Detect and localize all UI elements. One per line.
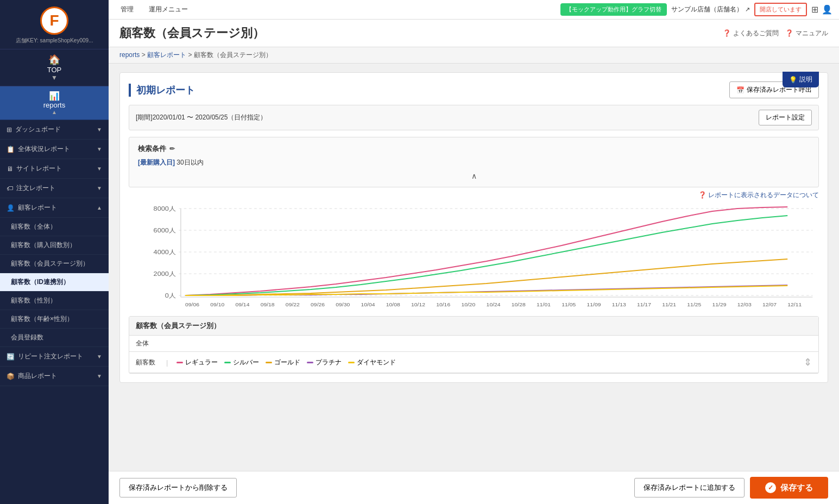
svg-text:09/26: 09/26 xyxy=(311,302,325,307)
calendar-icon: 📅 xyxy=(736,86,745,94)
sidebar-item-order[interactable]: 🏷 注文レポート ▼ xyxy=(0,179,109,198)
nav-operation[interactable]: 運用メニュー xyxy=(143,3,193,16)
nav-manage[interactable]: 管理 xyxy=(115,3,139,16)
svg-text:09/14: 09/14 xyxy=(235,302,250,307)
manual-link[interactable]: ❓ マニュアル xyxy=(785,29,828,38)
search-condition-title: 検索条件 ✏ xyxy=(138,144,810,154)
condition-value: 30日以内 xyxy=(176,159,203,166)
sidebar-item-overall[interactable]: 📋 全体状況レポート ▼ xyxy=(0,140,109,159)
user-icon[interactable]: 👤 xyxy=(822,4,832,15)
topbar: 管理 運用メニュー 【モックアップ動作用】グラフ切替 サンプル店舗（店舗名） ↗… xyxy=(109,0,839,20)
report-settings-btn[interactable]: レポート設定 xyxy=(759,110,812,125)
chart-table-section: 顧客数（会員ステージ別） 全体 顧客数 | レギュラー シルバー xyxy=(129,316,819,374)
sidebar-sub-gender[interactable]: 顧客数（性別） xyxy=(0,292,109,310)
svg-text:11/09: 11/09 xyxy=(586,302,601,307)
svg-text:0人: 0人 xyxy=(165,292,176,299)
edit-icon[interactable]: ✏ xyxy=(169,145,175,153)
legend-dot-platinum xyxy=(307,362,313,363)
sidebar-item-site[interactable]: 🖥 サイトレポート ▼ xyxy=(0,159,109,179)
home-icon: 🏠 xyxy=(48,54,60,66)
sidebar-item-customer[interactable]: 👤 顧客レポート ▲ xyxy=(0,198,109,218)
sidebar-item-product[interactable]: 📦 商品レポート ▼ xyxy=(0,367,109,386)
legend-label-platinum: プラチナ xyxy=(316,358,342,367)
save-btn[interactable]: ✓ 保存する xyxy=(750,477,828,499)
help-link[interactable]: ❓ よくあるご質問 xyxy=(723,29,779,38)
shop-name: サンプル店舗（店舗名） ↗ xyxy=(671,5,750,14)
sidebar-sub-member-reg[interactable]: 会員登録数 xyxy=(0,329,109,347)
sidebar-sub-age-gender[interactable]: 顧客数（年齢×性別） xyxy=(0,310,109,329)
chart-table-header: 顧客数（会員ステージ別） xyxy=(129,317,818,336)
reports-icon: 📊 xyxy=(49,91,60,101)
order-icon: 🏷 xyxy=(7,185,13,192)
grid-icon[interactable]: ⊞ xyxy=(811,4,818,15)
sidebar-item-repeat[interactable]: 🔄 リピート注文レポート ▼ xyxy=(0,347,109,367)
mockup-toggle-btn[interactable]: 【モックアップ動作用】グラフ切替 xyxy=(560,3,667,16)
legend-label-regular: レギュラー xyxy=(185,358,218,367)
sidebar-top-btn[interactable]: 🏠 TOP ▼ xyxy=(0,49,109,86)
dashboard-arrow-icon: ▼ xyxy=(97,127,102,133)
svg-text:11/25: 11/25 xyxy=(687,302,701,307)
page-header-right: ❓ よくあるご質問 ❓ マニュアル xyxy=(723,29,828,38)
logo-icon: F xyxy=(40,7,68,35)
chart-svg: 8000人 6000人 4000人 2000人 0人 09/06 09/10 0… xyxy=(129,203,819,312)
chart-subtitle: 全体 xyxy=(136,339,149,348)
legend-label-silver: シルバー xyxy=(233,358,259,367)
legend-dot-silver xyxy=(224,362,231,363)
open-status-btn[interactable]: 開店しています xyxy=(754,3,807,16)
top-label: TOP xyxy=(47,66,62,74)
sidebar-sub-member-stage[interactable]: 顧客数（会員ステージ別） xyxy=(0,255,109,273)
collapse-arrow-btn[interactable]: ∧ xyxy=(138,167,810,180)
svg-text:09/22: 09/22 xyxy=(286,302,300,307)
chart-table-subheader: 全体 xyxy=(129,336,818,352)
sidebar-sub-customer-all[interactable]: 顧客数（全体） xyxy=(0,218,109,236)
sidebar-item-dashboard[interactable]: ⊞ ダッシュボード ▼ xyxy=(0,120,109,140)
period-text: [期間]2020/01/01 〜 2020/05/25（日付指定） xyxy=(136,113,267,122)
site-label: サイトレポート xyxy=(16,164,62,173)
scroll-icon[interactable]: ⇕ xyxy=(804,357,812,368)
sidebar-logo: F 店舗KEY: sampleShopKey009... xyxy=(0,0,109,49)
search-condition-box: 検索条件 ✏ [最新購入日] 30日以内 ∧ xyxy=(129,137,819,187)
svg-text:09/30: 09/30 xyxy=(336,302,350,307)
svg-text:11/29: 11/29 xyxy=(712,302,727,307)
site-icon: 🖥 xyxy=(7,165,13,173)
delete-saved-btn[interactable]: 保存済みレポートから削除する xyxy=(119,478,237,497)
explain-btn-container: 💡 説明 xyxy=(783,72,819,87)
explain-btn[interactable]: 💡 説明 xyxy=(783,72,819,87)
svg-text:10/04: 10/04 xyxy=(361,302,376,307)
breadcrumb-current: 顧客数（会員ステージ別） xyxy=(194,51,272,59)
sidebar-reports-btn[interactable]: 📊 reports ▲ xyxy=(0,86,109,120)
svg-text:09/18: 09/18 xyxy=(261,302,275,307)
sidebar-sub-id-link[interactable]: 顧客数（ID連携別） xyxy=(0,273,109,292)
repeat-arrow-icon: ▼ xyxy=(97,354,102,360)
bottom-right: 保存済みレポートに追加する ✓ 保存する xyxy=(634,477,828,499)
add-saved-btn[interactable]: 保存済みレポートに追加する xyxy=(634,478,745,497)
svg-text:11/17: 11/17 xyxy=(637,302,651,307)
period-row: [期間]2020/01/01 〜 2020/05/25（日付指定） レポート設定 xyxy=(129,105,819,130)
legend-dot-regular xyxy=(176,362,183,363)
bottom-toolbar: 保存済みレポートから削除する 保存済みレポートに追加する ✓ 保存する xyxy=(109,471,839,504)
check-icon: ✓ xyxy=(765,482,776,493)
sidebar-section: ⊞ ダッシュボード ▼ 📋 全体状況レポート ▼ 🖥 サイトレポート ▼ 🏷 注… xyxy=(0,120,109,386)
lightbulb-icon: 💡 xyxy=(789,76,797,84)
scrollbar-area: ⇕ xyxy=(804,356,812,368)
main-card: 💡 説明 初期レポート 📅 保存済みレポート呼出 [期間]2020/01/01 … xyxy=(119,72,828,383)
svg-text:11/21: 11/21 xyxy=(662,302,676,307)
breadcrumb-reports[interactable]: reports xyxy=(119,51,140,59)
legend-label-diamond: ダイヤモンド xyxy=(357,358,396,367)
legend-platinum: プラチナ xyxy=(307,358,342,367)
report-title-row: 初期レポート 📅 保存済みレポート呼出 xyxy=(129,81,819,98)
manual-icon: ❓ xyxy=(785,29,793,37)
topbar-icons: ⊞ 👤 xyxy=(811,4,832,15)
repeat-icon: 🔄 xyxy=(7,353,15,361)
help-icon: ❓ xyxy=(723,29,731,37)
overall-icon: 📋 xyxy=(7,146,15,153)
page-header: 顧客数（会員ステージ別） ❓ よくあるご質問 ❓ マニュアル xyxy=(109,20,839,47)
svg-text:10/20: 10/20 xyxy=(461,302,476,307)
sidebar-sub-purchase-count[interactable]: 顧客数（購入回数別） xyxy=(0,236,109,255)
svg-text:10/24: 10/24 xyxy=(487,302,501,307)
breadcrumb-customer-reports[interactable]: 顧客レポート xyxy=(147,51,186,59)
breadcrumb: reports > 顧客レポート > 顧客数（会員ステージ別） xyxy=(109,47,839,64)
svg-text:2000人: 2000人 xyxy=(154,270,176,278)
overall-label: 全体状況レポート xyxy=(18,144,70,154)
chart-info-link[interactable]: ❓ レポートに表示されるデータについて xyxy=(129,187,819,203)
